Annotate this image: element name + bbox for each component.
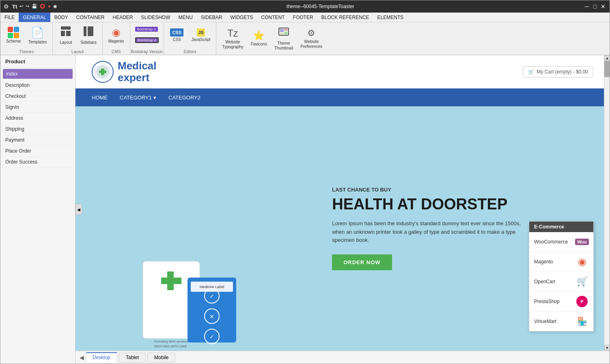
menu-elements[interactable]: ELEMENTS	[373, 13, 408, 22]
sidebar: Product index Description Checkout SignI…	[0, 55, 75, 364]
desktop-tab[interactable]: Desktop	[86, 352, 117, 362]
sidebar-item-index[interactable]: index	[3, 69, 73, 79]
prestashop-icon: P	[576, 295, 588, 308]
sidebar-item-order-success[interactable]: Order Success	[0, 157, 75, 168]
close-button[interactable]: ✕	[600, 3, 606, 10]
svg-text:✕: ✕	[209, 313, 214, 320]
menu-widgets[interactable]: WIDGETS	[226, 13, 257, 22]
menu-menu[interactable]: MENU	[175, 13, 197, 22]
svg-text:✓: ✓	[209, 293, 214, 299]
scheme-color-2	[14, 27, 19, 32]
magento-button[interactable]: ◉ Magento	[105, 25, 127, 45]
icon-save[interactable]: 💾	[32, 4, 37, 10]
nav-category2[interactable]: CATEGORY2	[168, 95, 200, 101]
bootstrap4-button[interactable]: Bootstrap 4	[133, 36, 161, 45]
menu-block-reference[interactable]: BLOCK REFERENCE	[317, 13, 373, 22]
templates-button[interactable]: 📄 Templates	[25, 25, 50, 46]
maximize-button[interactable]: □	[592, 3, 598, 10]
menu-general[interactable]: GENERAL	[19, 13, 50, 22]
menu-body[interactable]: BODY	[50, 13, 72, 22]
svg-text:Medicine Label: Medicine Label	[200, 285, 224, 289]
ecommerce-prestashop[interactable]: PrestaShop P	[529, 292, 593, 312]
hero-body: Lorem Ipsum has been the industry's stan…	[332, 220, 527, 245]
editors-section-label: Editors	[164, 50, 216, 54]
bootstrap3-button[interactable]: Bootstrap 3	[133, 26, 160, 34]
nav-home[interactable]: HOME	[92, 95, 108, 101]
scroll-thumb[interactable]	[604, 61, 610, 77]
templates-label: Templates	[28, 40, 47, 45]
theme-thumbnail-button[interactable]: ThemeThumbnail	[271, 25, 297, 52]
window-title: theme--60045-TemplateToaster	[57, 4, 584, 9]
cms-section-label: CMS	[103, 50, 130, 54]
bottom-bar: ◀ Desktop Tablet Mobile	[75, 351, 610, 364]
sidebar-item-place-order[interactable]: Place Order	[0, 146, 75, 157]
hero-pretitle: LAST CHANCE TO BUY	[332, 187, 593, 193]
icon-preview[interactable]: ⭕	[40, 4, 45, 10]
menu-content[interactable]: CONTENT	[257, 13, 289, 22]
woocommerce-icon: Woo	[576, 235, 588, 248]
opencart-symbol: 🛒	[577, 276, 588, 287]
favicons-button[interactable]: ⭐ Favicons	[248, 29, 270, 48]
menu-container[interactable]: CONTAINER	[72, 13, 109, 22]
site-cart[interactable]: 🛒 My Cart (empty) - $0.00	[523, 66, 593, 78]
mobile-tab[interactable]: Mobile	[147, 353, 175, 362]
tablet-tab[interactable]: Tablet	[119, 353, 146, 362]
toolbar-section-cms: ◉ Magento CMS	[103, 22, 130, 55]
sidebars-button[interactable]: Sidebars	[77, 24, 99, 47]
magento-symbol: ◉	[578, 256, 586, 267]
sidebar-item-signin[interactable]: SignIn	[0, 102, 75, 113]
svg-rect-1	[61, 31, 65, 36]
sidebar-item-description[interactable]: Description	[0, 80, 75, 91]
menu-file[interactable]: FILE	[0, 13, 19, 22]
scheme-label: Scheme	[6, 39, 21, 44]
toolbar: Scheme 📄 Templates Themes Layout Sidebar…	[0, 22, 610, 55]
ecommerce-virtuemart[interactable]: VirtueMart 🏪	[529, 312, 593, 331]
menu-sidebar[interactable]: SIDEBAR	[197, 13, 226, 22]
order-now-button[interactable]: ORDER NOW	[332, 254, 392, 270]
menu-header[interactable]: HEADER	[109, 13, 137, 22]
icon-undo[interactable]: ↩	[19, 4, 23, 10]
site-header: + Medical expert 🛒 My Cart (empty) - $0.…	[75, 55, 610, 88]
templates-icon: 📄	[31, 26, 44, 39]
icon-redo[interactable]: ↪	[26, 4, 29, 10]
icon-tt: Tt	[12, 4, 17, 10]
ecommerce-opencart[interactable]: OpenCart 🛒	[529, 272, 593, 292]
sidebar-item-shipping[interactable]: Shipping	[0, 124, 75, 135]
hero-title: HEALTH AT DOORSTEP	[332, 196, 593, 213]
scroll-down-button[interactable]: ▼	[604, 345, 610, 351]
website-preferences-button[interactable]: ⚙ WebsitePreferences	[297, 26, 325, 51]
scheme-color-1	[8, 27, 13, 32]
title-bar-toolbar-icons: Tt ↩ ↪ 💾 ⭕ ● ◉	[12, 4, 57, 10]
sidebar-item-address[interactable]: Address	[0, 113, 75, 124]
ecommerce-magento[interactable]: Magento ◉	[529, 252, 593, 272]
scroll-left-button[interactable]: ◀	[80, 354, 84, 361]
toolbar-section-bootstrap: Bootstrap 3 Bootstrap 4 Bootstrap Versio…	[130, 22, 164, 55]
javascript-button[interactable]: JS JavaScript	[188, 27, 214, 44]
layout-button[interactable]: Layout	[55, 24, 76, 47]
sidebar-item-checkout[interactable]: Checkout	[0, 91, 75, 102]
toolbar-section-layout: Layout Sidebars Layout	[53, 22, 102, 55]
scheme-button[interactable]: Scheme	[3, 25, 24, 45]
scroll-up-button[interactable]: ▲	[604, 55, 610, 61]
favicons-label: Favicons	[251, 42, 267, 47]
magento-label: Magento	[534, 259, 553, 265]
woocommerce-label: WooCommerce	[534, 239, 568, 245]
svg-text:✓: ✓	[209, 334, 214, 340]
ecommerce-woocommerce[interactable]: WooCommerce Woo	[529, 232, 593, 252]
css-button[interactable]: CSS CSS	[166, 27, 188, 44]
nav-category1[interactable]: CATEGORY1 ▾	[120, 95, 156, 101]
menu-bar: FILE GENERAL BODY CONTAINER HEADER SLIDE…	[0, 13, 610, 22]
sidebar-collapse-button[interactable]: ◀	[75, 204, 82, 215]
layout-icon	[60, 26, 71, 39]
minimize-button[interactable]: ─	[584, 3, 590, 10]
menu-footer[interactable]: FOOTER	[289, 13, 317, 22]
typography-icon: Tz	[227, 28, 238, 39]
ecommerce-popup: E-Commerce WooCommerce Woo Magento ◉ Ope…	[529, 221, 594, 332]
website-preferences-icon: ⚙	[307, 28, 315, 39]
menu-slideshow[interactable]: SLIDESHOW	[137, 13, 175, 22]
svg-rect-14	[167, 271, 174, 290]
typography-button[interactable]: Tz WebsiteTypography	[219, 26, 246, 51]
themes-section-label: Themes	[0, 50, 52, 54]
sidebar-item-payment[interactable]: Payment	[0, 135, 75, 146]
svg-rect-3	[84, 26, 86, 36]
